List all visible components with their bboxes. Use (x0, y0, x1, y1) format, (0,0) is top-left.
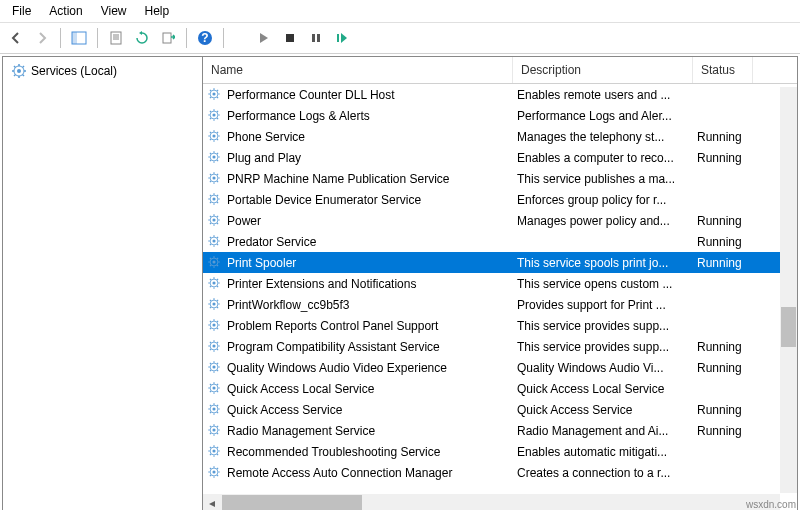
back-button[interactable] (4, 26, 28, 50)
service-row[interactable]: Print SpoolerThis service spools print j… (203, 252, 797, 273)
svg-line-159 (210, 362, 211, 363)
svg-line-19 (14, 66, 16, 68)
svg-line-41 (210, 118, 211, 119)
stop-service-button[interactable] (278, 26, 302, 50)
column-header-description[interactable]: Description (513, 57, 693, 83)
svg-line-71 (210, 181, 211, 182)
service-row[interactable]: Remote Access Auto Connection ManagerCre… (203, 462, 797, 483)
svg-line-110 (217, 265, 218, 266)
svg-line-120 (217, 286, 218, 287)
help-button[interactable]: ? (193, 26, 217, 50)
services-icon (11, 63, 27, 79)
svg-line-160 (217, 370, 218, 371)
service-description: Quick Access Local Service (513, 382, 693, 396)
svg-point-194 (212, 449, 215, 452)
service-description: Radio Management and Ai... (513, 424, 693, 438)
service-name: Recommended Troubleshooting Service (227, 445, 440, 459)
service-row[interactable]: PrintWorkflow_cc9b5f3Provides support fo… (203, 294, 797, 315)
svg-line-59 (210, 152, 211, 153)
service-row[interactable]: Performance Counter DLL HostEnables remo… (203, 84, 797, 105)
tree-item-services-local[interactable]: Services (Local) (3, 61, 202, 81)
service-icon (207, 108, 221, 122)
svg-line-131 (210, 307, 211, 308)
service-row[interactable]: Printer Extensions and NotificationsThis… (203, 273, 797, 294)
svg-line-89 (210, 215, 211, 216)
pause-service-button[interactable] (304, 26, 328, 50)
vertical-scrollbar[interactable] (780, 87, 797, 493)
service-row[interactable]: Quality Windows Audio Video ExperienceQu… (203, 357, 797, 378)
service-description: Creates a connection to a r... (513, 466, 693, 480)
service-row[interactable]: PNRP Machine Name Publication ServiceThi… (203, 168, 797, 189)
service-row[interactable]: Phone ServiceManages the telephony st...… (203, 126, 797, 147)
svg-line-90 (217, 223, 218, 224)
svg-line-181 (210, 412, 211, 413)
service-description: Manages the telephony st... (513, 130, 693, 144)
service-row[interactable]: Quick Access Local ServiceQuick Access L… (203, 378, 797, 399)
menu-help[interactable]: Help (137, 2, 178, 20)
restart-service-button[interactable] (330, 26, 354, 50)
service-description: Performance Logs and Aler... (513, 109, 693, 123)
service-row[interactable]: Quick Access ServiceQuick Access Service… (203, 399, 797, 420)
svg-line-109 (210, 257, 211, 258)
service-row[interactable]: Portable Device Enumerator ServiceEnforc… (203, 189, 797, 210)
svg-rect-10 (312, 34, 315, 42)
service-row[interactable]: Performance Logs & AlertsPerformance Log… (203, 105, 797, 126)
svg-line-192 (217, 425, 218, 426)
svg-line-212 (217, 467, 218, 468)
service-row[interactable]: Predator ServiceRunning (203, 231, 797, 252)
svg-line-51 (210, 139, 211, 140)
menu-file[interactable]: File (4, 2, 39, 20)
service-row[interactable]: Problem Reports Control Panel SupportThi… (203, 315, 797, 336)
svg-line-61 (210, 160, 211, 161)
service-list: Performance Counter DLL HostEnables remo… (203, 84, 797, 510)
svg-point-174 (212, 407, 215, 410)
scrollbar-thumb[interactable] (781, 307, 796, 347)
service-name: Predator Service (227, 235, 316, 249)
service-status: Running (693, 361, 753, 375)
service-status: Running (693, 151, 753, 165)
svg-point-74 (212, 197, 215, 200)
service-row[interactable]: PowerManages power policy and...Running (203, 210, 797, 231)
service-icon (207, 171, 221, 185)
service-row[interactable]: Recommended Troubleshooting ServiceEnabl… (203, 441, 797, 462)
start-service-button[interactable] (252, 26, 276, 50)
properties-button[interactable] (104, 26, 128, 50)
svg-line-199 (210, 446, 211, 447)
service-row[interactable]: Program Compatibility Assistant ServiceT… (203, 336, 797, 357)
refresh-button[interactable] (130, 26, 154, 50)
scrollbar-thumb[interactable] (222, 495, 362, 510)
tree-item-label: Services (Local) (31, 64, 117, 78)
menu-action[interactable]: Action (41, 2, 90, 20)
svg-line-30 (217, 97, 218, 98)
svg-line-60 (217, 160, 218, 161)
svg-rect-2 (111, 32, 121, 44)
svg-line-151 (210, 349, 211, 350)
svg-line-190 (217, 433, 218, 434)
service-description: This service opens custom ... (513, 277, 693, 291)
service-description: This service publishes a ma... (513, 172, 693, 186)
svg-line-42 (217, 110, 218, 111)
svg-point-114 (212, 281, 215, 284)
console-tree: Services (Local) (3, 57, 203, 510)
menu-view[interactable]: View (93, 2, 135, 20)
watermark: wsxdn.com (746, 499, 796, 510)
svg-rect-1 (72, 32, 77, 44)
horizontal-scrollbar[interactable]: ◂ (203, 494, 780, 510)
service-row[interactable]: Plug and PlayEnables a computer to reco.… (203, 147, 797, 168)
export-list-button[interactable] (156, 26, 180, 50)
scroll-left-icon[interactable]: ◂ (203, 494, 220, 510)
service-row[interactable]: Radio Management ServiceRadio Management… (203, 420, 797, 441)
service-icon (207, 381, 221, 395)
svg-line-171 (210, 391, 211, 392)
column-header-name[interactable]: Name (203, 57, 513, 83)
service-icon (207, 276, 221, 290)
column-header-status[interactable]: Status (693, 57, 753, 83)
service-icon (207, 318, 221, 332)
forward-button[interactable] (30, 26, 54, 50)
svg-line-102 (217, 236, 218, 237)
show-hide-console-tree-button[interactable] (67, 26, 91, 50)
svg-rect-6 (163, 33, 171, 43)
service-icon (207, 255, 221, 269)
svg-line-100 (217, 244, 218, 245)
svg-line-150 (217, 349, 218, 350)
